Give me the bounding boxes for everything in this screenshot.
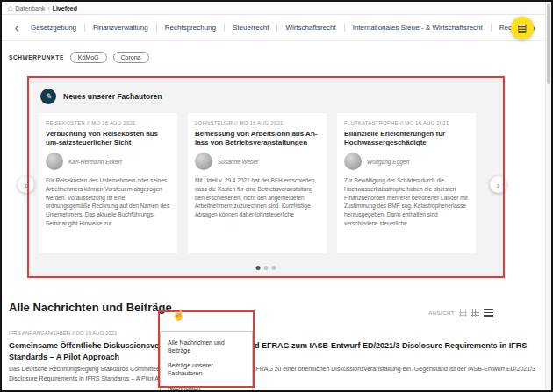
nav-item-gesetzgebung[interactable]: Gesetzgebung bbox=[23, 24, 84, 32]
dropdown-item-fachautoren[interactable]: Beiträge unserer Fachautoren bbox=[161, 358, 252, 381]
quick-access-button[interactable]: ▤ bbox=[511, 17, 534, 39]
category-nav: ‹ Gesetzgebung Finanzverwaltung Rechtspr… bbox=[2, 15, 551, 41]
carousel-dot-1[interactable] bbox=[256, 266, 261, 270]
schwerpunkte-row: SCHWERPUNKTE KöMoG Corona bbox=[9, 52, 149, 63]
carousel-dot-2[interactable] bbox=[264, 266, 269, 270]
list-view-icon[interactable] bbox=[484, 309, 493, 317]
breadcrumb-root[interactable]: Datenbank bbox=[15, 5, 45, 11]
author-avatar bbox=[344, 153, 362, 170]
author-cards-carousel: REISEKOSTEN // MO 16 AUG 2021 Verbuchung… bbox=[39, 113, 495, 253]
tag-corona[interactable]: Corona bbox=[113, 52, 149, 63]
author-row: Karl-Hermann Eckert bbox=[46, 153, 170, 170]
author-avatar bbox=[195, 153, 212, 170]
author-avatar bbox=[46, 153, 63, 170]
section-header: ✎ Neues unserer Fachautoren bbox=[40, 89, 495, 104]
news-article-meta: IFRS ANHANGANGABEN // DO 19 AUG 2021 bbox=[9, 331, 117, 336]
view-controls: ANSICHT bbox=[428, 309, 493, 317]
nav-item-rechtsprechung[interactable]: Rechtsprechung bbox=[156, 24, 224, 32]
article-meta: REISEKOSTEN // MO 16 AUG 2021 bbox=[46, 120, 170, 125]
dropdown-item-alle[interactable]: Alle Nachrichten und Beiträge bbox=[161, 335, 252, 358]
nav-item-finanzverwaltung[interactable]: Finanzverwaltung bbox=[84, 24, 156, 32]
schwerpunkte-label: SCHWERPUNKTE bbox=[9, 54, 64, 61]
article-meta: FLUTKATASTROPHE // MO 16 AUG 2021 bbox=[344, 120, 469, 125]
pen-icon: ✎ bbox=[40, 89, 56, 104]
article-title[interactable]: Verbuchung von Reisekosten aus um-satzst… bbox=[46, 130, 170, 147]
news-article-body: Das Deutsche Rechnungslegung Standards C… bbox=[9, 365, 544, 383]
carousel-dot-3[interactable] bbox=[272, 266, 276, 270]
article-title[interactable]: Bemessung von Arbeitslohn aus An-lass vo… bbox=[195, 130, 320, 147]
tiles-view-icon[interactable] bbox=[459, 309, 467, 317]
news-heading: Alle Nachrichten und Beiträge bbox=[9, 301, 172, 314]
filter-dropdown-menu: Alle Nachrichten und Beiträge Beiträge u… bbox=[160, 331, 253, 392]
author-name: Wolfgang Eggert bbox=[367, 159, 409, 165]
notes-icon: ▤ bbox=[517, 23, 527, 33]
nav-prev-icon[interactable]: ‹ bbox=[11, 23, 23, 33]
breadcrumb-separator-icon: › bbox=[47, 5, 49, 11]
article-excerpt: Mit Urteil v. 29.4.2021 hat der BFH ents… bbox=[195, 176, 320, 219]
breadcrumb: ⌂ Datenbank › Livefeed bbox=[2, 2, 551, 15]
scrollbar-thumb[interactable] bbox=[547, 4, 550, 84]
grid-view-icon[interactable] bbox=[471, 309, 479, 317]
author-row: Wolfgang Eggert bbox=[344, 153, 469, 170]
author-name: Susanne Weber bbox=[218, 159, 259, 165]
section-title: Neues unserer Fachautoren bbox=[63, 92, 162, 101]
author-name: Karl-Hermann Eckert bbox=[68, 159, 122, 165]
fachautoren-section: ✎ Neues unserer Fachautoren REISEKOSTEN … bbox=[28, 77, 504, 277]
breadcrumb-current: Livefeed bbox=[53, 5, 77, 11]
article-title[interactable]: Bilanzielle Erleichterungen für Hochwass… bbox=[344, 130, 469, 147]
carousel-next-button[interactable]: › bbox=[490, 176, 506, 193]
author-article-card[interactable]: FLUTKATASTROPHE // MO 16 AUG 2021 Bilanz… bbox=[337, 113, 476, 253]
article-excerpt: Für Reisekosten des Unternehmers oder se… bbox=[46, 176, 170, 228]
author-article-card[interactable]: REISEKOSTEN // MO 16 AUG 2021 Verbuchung… bbox=[39, 113, 177, 253]
carousel-prev-button[interactable]: ‹ bbox=[18, 176, 34, 193]
cursor-icon: ☝ bbox=[172, 309, 185, 321]
nav-item-wirtschaftsrecht[interactable]: Wirtschaftsrecht bbox=[276, 24, 343, 32]
livefeed-page: ⌂ Datenbank › Livefeed ‹ Gesetzgebung Fi… bbox=[0, 0, 553, 392]
dropdown-item-nachrichten[interactable]: Nachrichten bbox=[161, 381, 252, 392]
scrollbar[interactable] bbox=[545, 2, 551, 390]
home-icon[interactable]: ⌂ bbox=[8, 4, 12, 12]
nav-item-steuerrecht[interactable]: Steuerrecht bbox=[224, 24, 276, 32]
carousel-dots bbox=[256, 266, 276, 270]
news-article-title[interactable]: Gemeinsame Öffentliche Diskussionsverans… bbox=[9, 340, 544, 363]
author-row: Susanne Weber bbox=[195, 153, 320, 170]
author-article-card[interactable]: LOHNSTEUER // MO 16 AUG 2021 Bemessung v… bbox=[188, 113, 327, 253]
nav-item-internationales[interactable]: Internationales Steuer- & Wirtschaftsrec… bbox=[344, 24, 491, 32]
view-label: ANSICHT bbox=[428, 310, 455, 316]
tag-koemog[interactable]: KöMoG bbox=[70, 52, 107, 63]
article-meta: LOHNSTEUER // MO 16 AUG 2021 bbox=[195, 120, 320, 125]
article-excerpt: Zur Bewältigung der Schäden durch die Ho… bbox=[344, 176, 469, 228]
